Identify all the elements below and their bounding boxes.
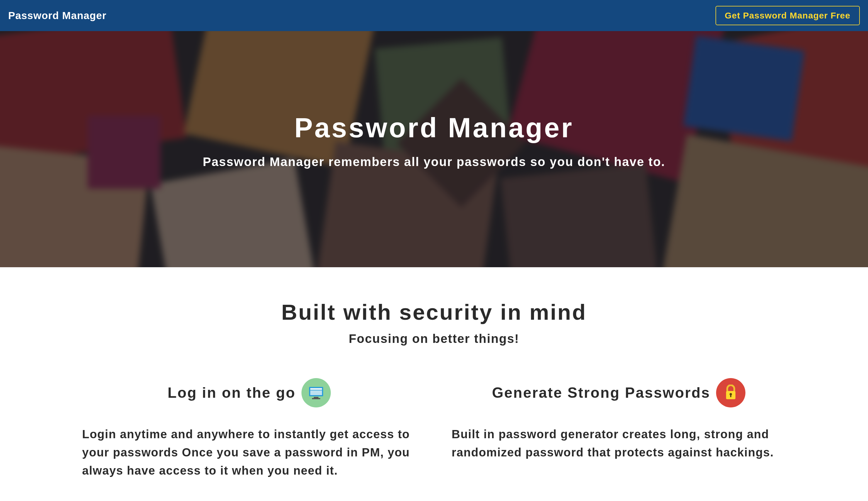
section-subtitle: Focusing on better things!	[82, 332, 786, 346]
svg-rect-18	[312, 398, 320, 399]
lock-icon	[716, 378, 746, 407]
hero-overlay	[0, 31, 868, 267]
monitor-icon	[302, 378, 331, 407]
feature-description: Login anytime and anywhere to instantly …	[82, 425, 416, 480]
hero-subtitle: Password Manager remembers all your pass…	[203, 155, 665, 169]
svg-rect-16	[310, 391, 322, 395]
svg-rect-15	[310, 388, 322, 390]
get-free-button[interactable]: Get Password Manager Free	[716, 6, 860, 25]
hero-title: Password Manager	[294, 112, 574, 144]
feature-title: Log in on the go	[168, 384, 296, 401]
feature-title: Generate Strong Passwords	[492, 384, 710, 401]
features-section: Built with security in mind Focusing on …	[0, 267, 868, 480]
feature-description: Built in password generator creates long…	[452, 425, 786, 461]
header-bar: Password Manager Get Password Manager Fr…	[0, 0, 868, 31]
section-title: Built with security in mind	[82, 299, 786, 325]
features-row: Log in on the go Login anytime and anywh…	[82, 378, 786, 480]
hero-section: Password Manager Password Manager rememb…	[0, 31, 868, 267]
feature-generate: Generate Strong Passwords Built in passw…	[452, 378, 786, 480]
brand-title: Password Manager	[8, 10, 107, 21]
svg-rect-21	[730, 395, 731, 397]
feature-head: Log in on the go	[82, 378, 416, 407]
feature-head: Generate Strong Passwords	[452, 378, 786, 407]
svg-rect-17	[314, 397, 318, 398]
feature-login: Log in on the go Login anytime and anywh…	[82, 378, 416, 480]
